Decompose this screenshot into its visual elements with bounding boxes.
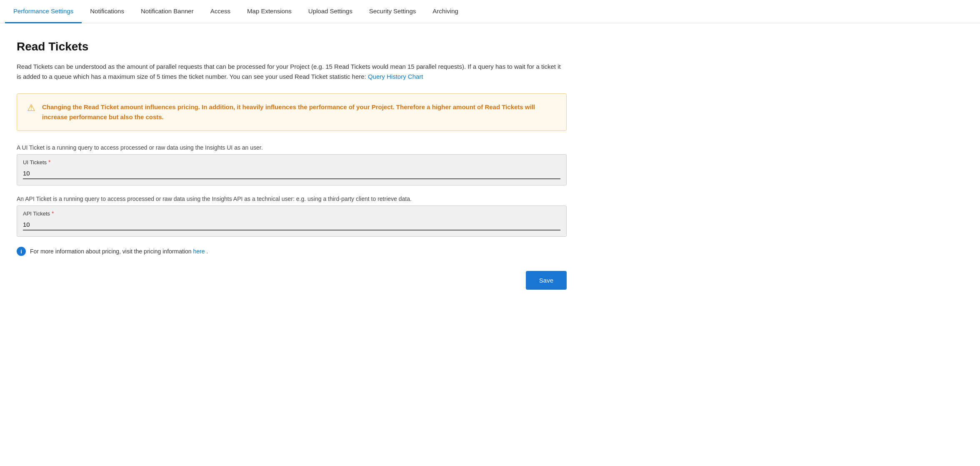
api-tickets-section: An API Ticket is a running query to acce… xyxy=(17,195,567,237)
info-icon: i xyxy=(17,247,26,256)
page-title: Read Tickets xyxy=(17,40,567,53)
warning-text: Changing the Read Ticket amount influenc… xyxy=(42,102,556,122)
main-content: Read Tickets Read Tickets can be underst… xyxy=(0,23,583,315)
pricing-link[interactable]: here xyxy=(193,248,205,255)
tab-upload-settings[interactable]: Upload Settings xyxy=(300,0,361,23)
ui-tickets-description: A UI Ticket is a running query to access… xyxy=(17,144,567,151)
api-tickets-required-star: * xyxy=(52,210,54,217)
description-text-part1: Read Tickets can be understood as the am… xyxy=(17,63,561,80)
api-tickets-container: API Tickets * xyxy=(17,205,567,237)
tab-notifications[interactable]: Notifications xyxy=(82,0,132,23)
save-row: Save xyxy=(17,271,567,290)
pricing-note-text: For more information about pricing, visi… xyxy=(30,248,208,255)
tab-performance-settings[interactable]: Performance Settings xyxy=(5,0,82,23)
tab-security-settings[interactable]: Security Settings xyxy=(361,0,425,23)
api-tickets-input[interactable] xyxy=(23,219,560,230)
api-tickets-description: An API Ticket is a running query to acce… xyxy=(17,195,567,202)
ui-tickets-label: UI Tickets * xyxy=(23,159,560,165)
ui-tickets-required-star: * xyxy=(48,159,50,165)
page-description: Read Tickets can be understood as the am… xyxy=(17,62,567,82)
tab-access[interactable]: Access xyxy=(202,0,239,23)
api-tickets-label: API Tickets * xyxy=(23,210,560,217)
pricing-info-note: i For more information about pricing, vi… xyxy=(17,247,567,256)
query-history-link[interactable]: Query History Chart xyxy=(368,73,423,80)
tab-map-extensions[interactable]: Map Extensions xyxy=(239,0,300,23)
warning-icon: ⚠ xyxy=(27,103,35,113)
tab-archiving[interactable]: Archiving xyxy=(424,0,467,23)
tab-notification-banner[interactable]: Notification Banner xyxy=(132,0,202,23)
ui-tickets-container: UI Tickets * xyxy=(17,154,567,185)
ui-tickets-input[interactable] xyxy=(23,168,560,179)
tab-navigation: Performance Settings Notifications Notif… xyxy=(0,0,980,23)
save-button[interactable]: Save xyxy=(526,271,567,290)
warning-banner: ⚠ Changing the Read Ticket amount influe… xyxy=(17,93,567,131)
ui-tickets-section: A UI Ticket is a running query to access… xyxy=(17,144,567,185)
